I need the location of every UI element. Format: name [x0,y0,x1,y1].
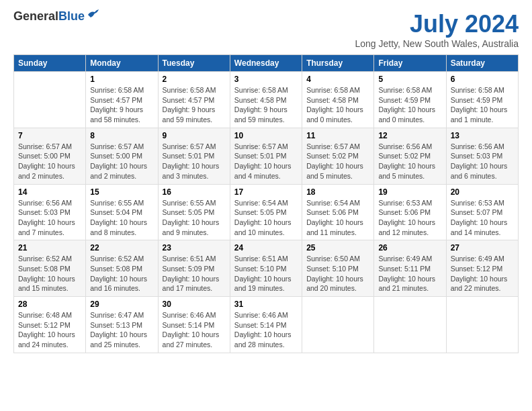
table-row: 29Sunrise: 6:47 AMSunset: 5:13 PMDayligh… [86,297,158,353]
day-info: Sunrise: 6:46 AMSunset: 5:14 PMDaylight:… [163,310,226,350]
table-row: 9Sunrise: 6:57 AMSunset: 5:01 PMDaylight… [158,128,230,184]
table-row [374,297,446,353]
table-row: 15Sunrise: 6:55 AMSunset: 5:04 PMDayligh… [86,184,158,240]
day-info: Sunrise: 6:57 AMSunset: 5:01 PMDaylight:… [234,142,298,181]
day-info: Sunrise: 6:49 AMSunset: 5:12 PMDaylight:… [451,254,514,293]
calendar-week-row: 7Sunrise: 6:57 AMSunset: 5:00 PMDaylight… [14,128,519,184]
table-row: 25Sunrise: 6:50 AMSunset: 5:10 PMDayligh… [302,240,374,297]
day-number: 29 [90,300,153,309]
day-number: 9 [163,131,226,140]
day-number: 13 [451,131,514,140]
day-number: 22 [90,243,153,253]
day-info: Sunrise: 6:46 AMSunset: 5:14 PMDaylight:… [234,310,298,350]
day-info: Sunrise: 6:53 AMSunset: 5:06 PMDaylight:… [378,198,441,238]
day-info: Sunrise: 6:58 AMSunset: 4:57 PMDaylight:… [163,85,226,125]
table-row: 20Sunrise: 6:53 AMSunset: 5:07 PMDayligh… [446,184,518,240]
table-row: 6Sunrise: 6:58 AMSunset: 4:59 PMDaylight… [446,72,518,128]
table-row: 2Sunrise: 6:58 AMSunset: 4:57 PMDaylight… [158,72,230,128]
day-number: 16 [163,187,226,197]
table-row: 10Sunrise: 6:57 AMSunset: 5:01 PMDayligh… [230,128,302,184]
col-monday: Monday [86,55,158,72]
day-number: 21 [18,243,81,253]
day-number: 19 [378,187,441,197]
day-info: Sunrise: 6:57 AMSunset: 5:00 PMDaylight:… [90,142,153,181]
day-info: Sunrise: 6:51 AMSunset: 5:10 PMDaylight:… [234,254,298,293]
table-row: 7Sunrise: 6:57 AMSunset: 5:00 PMDaylight… [14,128,86,184]
day-number: 5 [378,75,441,84]
table-row: 23Sunrise: 6:51 AMSunset: 5:09 PMDayligh… [158,240,230,297]
days-of-week-row: Sunday Monday Tuesday Wednesday Thursday… [14,55,519,72]
day-number: 25 [306,243,369,253]
title-block: July 2024 Long Jetty, New South Wales, A… [355,10,519,49]
table-row: 8Sunrise: 6:57 AMSunset: 5:00 PMDaylight… [86,128,158,184]
day-number: 27 [451,243,514,253]
day-info: Sunrise: 6:55 AMSunset: 5:05 PMDaylight:… [163,198,226,238]
logo: GeneralBlue [13,10,99,24]
day-info: Sunrise: 6:55 AMSunset: 5:04 PMDaylight:… [90,198,153,238]
logo-bird-icon [87,9,99,20]
table-row: 27Sunrise: 6:49 AMSunset: 5:12 PMDayligh… [446,240,518,297]
table-row [446,297,518,353]
day-info: Sunrise: 6:58 AMSunset: 4:59 PMDaylight:… [378,85,441,125]
table-row: 1Sunrise: 6:58 AMSunset: 4:57 PMDaylight… [86,72,158,128]
day-number: 23 [163,243,226,253]
day-number: 18 [306,187,369,197]
day-number: 7 [18,131,81,140]
table-row [14,72,86,128]
day-info: Sunrise: 6:52 AMSunset: 5:08 PMDaylight:… [18,254,81,293]
day-number: 2 [163,75,226,84]
day-number: 1 [90,75,153,84]
day-number: 17 [234,187,298,197]
table-row: 21Sunrise: 6:52 AMSunset: 5:08 PMDayligh… [14,240,86,297]
month-title: July 2024 [355,10,519,38]
table-row: 26Sunrise: 6:49 AMSunset: 5:11 PMDayligh… [374,240,446,297]
day-info: Sunrise: 6:54 AMSunset: 5:05 PMDaylight:… [234,198,298,238]
day-number: 4 [306,75,369,84]
day-info: Sunrise: 6:54 AMSunset: 5:06 PMDaylight:… [306,198,369,238]
header-row: GeneralBlue July 2024 Long Jetty, New So… [13,10,519,49]
day-info: Sunrise: 6:48 AMSunset: 5:12 PMDaylight:… [18,310,81,350]
table-row: 22Sunrise: 6:52 AMSunset: 5:08 PMDayligh… [86,240,158,297]
day-number: 11 [306,131,369,140]
day-number: 20 [451,187,514,197]
table-row: 11Sunrise: 6:57 AMSunset: 5:02 PMDayligh… [302,128,374,184]
day-info: Sunrise: 6:58 AMSunset: 4:57 PMDaylight:… [90,85,153,125]
day-info: Sunrise: 6:58 AMSunset: 4:59 PMDaylight:… [451,85,514,125]
col-sunday: Sunday [14,55,86,72]
calendar-body: 1Sunrise: 6:58 AMSunset: 4:57 PMDaylight… [14,72,519,353]
calendar-week-row: 1Sunrise: 6:58 AMSunset: 4:57 PMDaylight… [14,72,519,128]
calendar-table: Sunday Monday Tuesday Wednesday Thursday… [13,54,519,353]
location-text: Long Jetty, New South Wales, Australia [355,38,519,49]
calendar-header: Sunday Monday Tuesday Wednesday Thursday… [14,55,519,72]
col-wednesday: Wednesday [230,55,302,72]
day-number: 26 [378,243,441,253]
day-info: Sunrise: 6:52 AMSunset: 5:08 PMDaylight:… [90,254,153,293]
table-row: 3Sunrise: 6:58 AMSunset: 4:58 PMDaylight… [230,72,302,128]
table-row: 30Sunrise: 6:46 AMSunset: 5:14 PMDayligh… [158,297,230,353]
day-number: 31 [234,300,298,309]
day-info: Sunrise: 6:56 AMSunset: 5:03 PMDaylight:… [18,198,81,238]
day-info: Sunrise: 6:57 AMSunset: 5:02 PMDaylight:… [306,142,369,181]
table-row: 24Sunrise: 6:51 AMSunset: 5:10 PMDayligh… [230,240,302,297]
day-number: 14 [18,187,81,197]
table-row: 28Sunrise: 6:48 AMSunset: 5:12 PMDayligh… [14,297,86,353]
day-number: 8 [90,131,153,140]
calendar-week-row: 28Sunrise: 6:48 AMSunset: 5:12 PMDayligh… [14,297,519,353]
page-container: GeneralBlue July 2024 Long Jetty, New So… [0,0,532,363]
table-row: 17Sunrise: 6:54 AMSunset: 5:05 PMDayligh… [230,184,302,240]
day-info: Sunrise: 6:56 AMSunset: 5:02 PMDaylight:… [378,142,441,181]
table-row: 5Sunrise: 6:58 AMSunset: 4:59 PMDaylight… [374,72,446,128]
calendar-week-row: 14Sunrise: 6:56 AMSunset: 5:03 PMDayligh… [14,184,519,240]
day-number: 28 [18,300,81,309]
day-info: Sunrise: 6:49 AMSunset: 5:11 PMDaylight:… [378,254,441,293]
table-row: 4Sunrise: 6:58 AMSunset: 4:58 PMDaylight… [302,72,374,128]
table-row: 12Sunrise: 6:56 AMSunset: 5:02 PMDayligh… [374,128,446,184]
day-info: Sunrise: 6:57 AMSunset: 5:01 PMDaylight:… [163,142,226,181]
day-number: 24 [234,243,298,253]
col-tuesday: Tuesday [158,55,230,72]
day-number: 3 [234,75,298,84]
table-row: 16Sunrise: 6:55 AMSunset: 5:05 PMDayligh… [158,184,230,240]
day-info: Sunrise: 6:51 AMSunset: 5:09 PMDaylight:… [163,254,226,293]
col-friday: Friday [374,55,446,72]
day-info: Sunrise: 6:53 AMSunset: 5:07 PMDaylight:… [451,198,514,238]
